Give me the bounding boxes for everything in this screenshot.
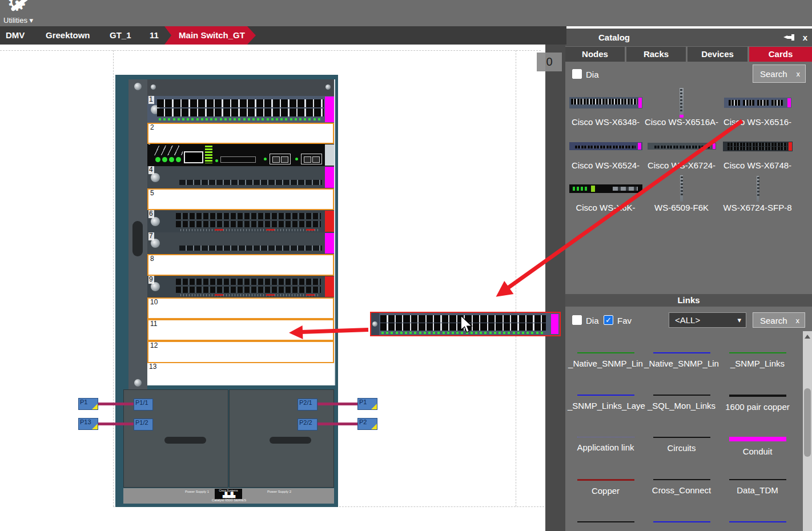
slot-number: 6: [148, 210, 154, 218]
dia-checkbox-cards[interactable]: [572, 69, 582, 79]
slot-number: 12: [150, 342, 159, 350]
tab-nodes[interactable]: Nodes: [565, 47, 625, 62]
link-line-right-2[interactable]: [317, 423, 357, 425]
gbic-ports: [301, 154, 322, 164]
rack-slot-1-card[interactable]: 1: [147, 96, 334, 123]
catalog-card[interactable]: Cisco WS-X6524-: [568, 132, 644, 174]
card-end-cap: [325, 96, 334, 122]
link-type-filter-dropdown[interactable]: <ALL> ▾: [669, 312, 746, 328]
scrollbar-thumb[interactable]: [804, 388, 811, 457]
console-port: [184, 151, 203, 163]
rack-slot-6-card[interactable]: 6: [147, 210, 334, 232]
link-sample-line: [729, 437, 786, 441]
port-row: [176, 287, 321, 293]
search-button-links[interactable]: Search x: [753, 312, 805, 328]
search-clear-icon[interactable]: x: [797, 70, 801, 78]
rack-slot-12-empty[interactable]: 12: [147, 341, 334, 363]
link-sample-line: [653, 352, 710, 353]
slot-number: 2: [150, 124, 155, 132]
link-item[interactable]: [719, 505, 795, 531]
link-item[interactable]: [644, 505, 719, 531]
card-48port-horizontal-red-icon: [723, 142, 793, 151]
status-led: [215, 159, 218, 162]
link-item[interactable]: Conduit: [719, 421, 795, 462]
rack-slot-13-empty[interactable]: 13: [147, 363, 334, 385]
external-port-p2-right[interactable]: P2: [357, 418, 377, 430]
link-item[interactable]: _SNMP_Links: [719, 336, 795, 377]
application-window: ⚙ Utilities ▾ DMV Greektown GT_1 11 Main…: [0, 0, 812, 531]
rack-slot-5-empty[interactable]: 5: [147, 188, 334, 210]
dia-checkbox-links[interactable]: [572, 315, 582, 325]
link-item[interactable]: [568, 505, 644, 531]
link-line-left-1[interactable]: [98, 403, 134, 405]
catalog-card[interactable]: Cisco WS-X6516-: [719, 88, 795, 131]
slot-number: [148, 144, 150, 144]
breadcrumb-item-active[interactable]: Main Switch_GT: [164, 26, 256, 45]
close-icon[interactable]: x: [803, 29, 807, 46]
search-button-cards[interactable]: Search x: [753, 65, 806, 83]
link-line-left-2[interactable]: [98, 423, 134, 425]
pin-icon[interactable]: [783, 34, 796, 41]
external-port-p1-right[interactable]: P1: [357, 398, 377, 410]
canvas-right-gutter: [545, 45, 565, 531]
external-port-p13-left[interactable]: P13: [78, 418, 98, 430]
link-sample-line: [729, 479, 786, 480]
link-item[interactable]: Circuits: [644, 421, 719, 462]
rack-slot-8-empty[interactable]: 8: [147, 254, 334, 276]
card-left-edge: [371, 313, 379, 335]
port-p1-2[interactable]: P1/2: [134, 419, 153, 431]
status-led: [162, 157, 167, 162]
link-sample-line: [577, 479, 634, 481]
tab-cards[interactable]: Cards: [749, 47, 812, 62]
rack-slot-7-card[interactable]: 7: [147, 232, 334, 254]
catalog-card[interactable]: Cisco WS-X6K-: [568, 174, 644, 216]
link-item[interactable]: Data_TDM: [719, 463, 795, 504]
catalog-card[interactable]: Cisco WS-X6348-: [568, 88, 644, 131]
search-clear-icon[interactable]: x: [796, 316, 800, 324]
link-item[interactable]: _SQL_Mon_Links: [644, 379, 719, 420]
catalog-card[interactable]: Cisco WS-X6748-: [719, 132, 795, 174]
link-item[interactable]: _Native_SNMP_Lin: [568, 336, 644, 377]
link-item[interactable]: _SNMP_Links_Laye: [568, 379, 644, 420]
rack-slot-3-card[interactable]: [147, 144, 334, 166]
tab-racks[interactable]: Racks: [626, 47, 686, 62]
port-p2-1[interactable]: P2/1: [298, 399, 317, 411]
breadcrumb-item-dmv[interactable]: DMV: [6, 26, 25, 45]
slot-number: 5: [150, 190, 155, 198]
catalog-card[interactable]: Cisco WS-X6724-: [644, 132, 719, 174]
port-p2-2[interactable]: P2/2: [298, 419, 317, 431]
catalog-card[interactable]: WS-X6724-SFP-8: [719, 174, 795, 216]
port-p1-1[interactable]: P1/1: [134, 399, 153, 411]
fav-checkbox[interactable]: ✓: [604, 315, 613, 325]
card-vertical-slim-icon: [757, 176, 759, 202]
tab-devices[interactable]: Devices: [688, 47, 747, 62]
rack-slot-10-empty[interactable]: 10: [147, 297, 334, 319]
link-item[interactable]: Cross_Connect: [644, 463, 719, 504]
link-sample-line: [653, 479, 710, 480]
rack-slot-9-card[interactable]: 9: [147, 276, 334, 297]
decor-streaks: [153, 146, 183, 155]
slot-number: 1: [148, 96, 154, 104]
link-item[interactable]: 1600 pair copper: [719, 379, 795, 420]
link-item[interactable]: _Native_SNMP_Lin: [644, 336, 719, 377]
rack-chassis[interactable]: 1 2: [115, 75, 338, 507]
utilities-menu[interactable]: Utilities ▾: [3, 16, 33, 25]
link-line-right-1[interactable]: [317, 403, 357, 405]
rack-slot-4-card[interactable]: 4: [147, 166, 334, 188]
rack-slot-2-empty[interactable]: 2: [147, 123, 334, 144]
breadcrumb-item-greektown[interactable]: Greektown: [46, 26, 90, 45]
card-sfp-horizontal-magenta-icon: [569, 142, 642, 150]
catalog-card[interactable]: Cisco WS-X6516A-: [644, 88, 719, 131]
link-item[interactable]: Copper: [568, 463, 644, 504]
port-row: [176, 279, 321, 285]
link-item[interactable]: Application link: [568, 421, 644, 462]
breadcrumb-item-gt1[interactable]: GT_1: [110, 26, 131, 45]
door-handle: [270, 437, 311, 444]
breadcrumb-item-11[interactable]: 11: [150, 26, 159, 45]
slot-number: 11: [150, 320, 158, 328]
external-port-p1-left[interactable]: P1: [78, 398, 98, 410]
red-label: [266, 294, 275, 296]
scroll-up-icon[interactable]: [805, 335, 810, 339]
catalyst-series-label: Catalyst 6500 SERIES: [192, 498, 266, 502]
links-scrollbar[interactable]: [803, 331, 812, 531]
